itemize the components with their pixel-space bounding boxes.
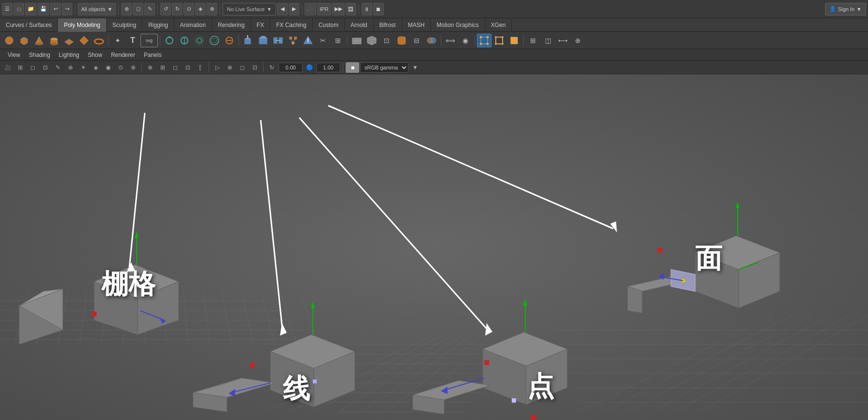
tab-fx-caching[interactable]: FX Caching — [270, 18, 313, 32]
sel2[interactable]: ⊕ — [224, 62, 236, 73]
vertex-mode-btn[interactable] — [477, 34, 491, 47]
value2-input[interactable] — [316, 63, 340, 72]
bridge-btn[interactable] — [271, 34, 285, 47]
star-tool[interactable]: ✦ — [111, 34, 125, 47]
isolate-btn[interactable]: ⊞ — [526, 34, 540, 47]
snap2[interactable]: ◻ — [169, 62, 181, 73]
snap1[interactable]: ⊞ — [157, 62, 168, 73]
tab-mash[interactable]: MASH — [402, 18, 431, 32]
tab-custom[interactable]: Custom — [313, 18, 345, 32]
undo-btn[interactable]: ↩ — [50, 3, 61, 15]
render-cam[interactable]: 🎥 — [305, 3, 316, 15]
select-tool[interactable]: ⊕ — [121, 3, 132, 15]
view6[interactable]: ☀ — [77, 62, 89, 73]
torus-icon-btn[interactable] — [92, 34, 106, 47]
tab-bifrost[interactable]: Bifrost — [374, 18, 402, 32]
ratio-icon[interactable]: 🔵 — [304, 62, 315, 73]
new-btn[interactable]: □ — [14, 3, 24, 15]
subdiv-btn[interactable] — [394, 34, 409, 47]
poly-plane-btn[interactable] — [350, 34, 364, 47]
colorspace-select[interactable]: sRGB gamma — [360, 62, 408, 73]
crosshair-icon[interactable]: ⊕ — [144, 62, 156, 73]
sel1[interactable]: ▷ — [211, 62, 223, 73]
paint-sel[interactable]: ✎ — [144, 3, 155, 15]
sign-in-button[interactable]: 👤 Sign In ▼ — [825, 3, 866, 15]
show-menu[interactable]: Show — [84, 50, 106, 60]
next-key[interactable]: ▶ — [289, 3, 299, 15]
view10[interactable]: ⊗ — [127, 62, 139, 73]
view-menu[interactable]: View — [4, 50, 24, 60]
shrink-sel[interactable] — [207, 34, 222, 47]
save-btn[interactable]: 💾 — [38, 3, 49, 15]
shading-menu[interactable]: Shading — [25, 50, 54, 60]
menu-icon[interactable]: ☰ — [2, 3, 13, 15]
loop-sel[interactable] — [162, 34, 177, 47]
lasso-tool[interactable]: ◻ — [133, 3, 143, 15]
cam-icon[interactable]: 🎥 — [2, 62, 14, 73]
tab-rigging[interactable]: Rigging — [142, 18, 174, 32]
snap3[interactable]: ⊡ — [182, 62, 194, 73]
tab-arnold[interactable]: Arnold — [345, 18, 374, 32]
sym-btn[interactable]: ⟺ — [443, 34, 458, 47]
value1-input[interactable] — [279, 63, 303, 72]
lattice-btn[interactable]: ⊡ — [379, 34, 394, 47]
sphere-icon-btn[interactable] — [2, 34, 16, 47]
smooth-btn[interactable]: ◉ — [458, 34, 473, 47]
merge-verts-btn[interactable] — [286, 34, 300, 47]
tool2[interactable]: ↻ — [172, 3, 182, 15]
tab-poly-modeling[interactable]: Poly Modeling — [58, 18, 106, 32]
view7[interactable]: ◈ — [90, 62, 101, 73]
extrude-btn[interactable] — [241, 34, 255, 47]
all-objects-dropdown[interactable]: All objects ▼ — [78, 3, 116, 15]
tab-rendering[interactable]: Rendering — [212, 18, 251, 32]
tab-motion-graphics[interactable]: Motion Graphics — [431, 18, 485, 32]
view2[interactable]: ◻ — [27, 62, 39, 73]
redo-btn[interactable]: ↪ — [62, 3, 72, 15]
panels-menu[interactable]: Panels — [140, 50, 166, 60]
dropdown-icon[interactable]: ▼ — [409, 62, 421, 73]
pause-btn[interactable]: ⏸ — [362, 3, 372, 15]
tool4[interactable]: ◈ — [195, 3, 206, 15]
tool1[interactable]: ↺ — [160, 3, 171, 15]
diamond-icon-btn[interactable] — [77, 34, 91, 47]
renderer-menu[interactable]: Renderer — [107, 50, 139, 60]
view1[interactable]: ⊞ — [14, 62, 26, 73]
sel3[interactable]: ◻ — [237, 62, 248, 73]
view9[interactable]: ⊙ — [115, 62, 126, 73]
render-view[interactable]: 🖼 — [346, 3, 356, 15]
tab-xgen[interactable]: XGen — [485, 18, 512, 32]
edge-mode-btn[interactable] — [492, 34, 506, 47]
bevel-btn[interactable] — [256, 34, 270, 47]
cone-icon-btn[interactable] — [32, 34, 46, 47]
cube-icon-btn[interactable] — [17, 34, 31, 47]
split-btn[interactable]: ⊞ — [331, 34, 345, 47]
view3[interactable]: ⊡ — [40, 62, 51, 73]
weld-btn[interactable] — [301, 34, 315, 47]
render-seq[interactable]: ▶▶ — [332, 3, 345, 15]
conform-btn[interactable]: ⊕ — [571, 34, 585, 47]
live-surface-button[interactable]: No Live Surface ▼ — [223, 3, 276, 15]
prev-key[interactable]: ◀ — [277, 3, 288, 15]
multi-sel[interactable] — [177, 34, 192, 47]
tab-animation[interactable]: Animation — [174, 18, 212, 32]
tool5[interactable]: ⊗ — [207, 3, 217, 15]
mirror-btn[interactable]: ⊟ — [409, 34, 424, 47]
view4[interactable]: ✎ — [52, 62, 64, 73]
tool3[interactable]: ⊙ — [183, 3, 194, 15]
flip-btn[interactable]: ⟷ — [556, 34, 570, 47]
tab-curves-surfaces[interactable]: Curves / Surfaces — [0, 18, 58, 32]
refresh-icon[interactable]: ↻ — [266, 62, 278, 73]
cylinder-icon-btn[interactable] — [47, 34, 61, 47]
tab-sculpting[interactable]: Sculpting — [107, 18, 142, 32]
boolean-btn[interactable] — [424, 34, 439, 47]
lighting-menu[interactable]: Lighting — [55, 50, 83, 60]
tab-fx[interactable]: FX — [251, 18, 270, 32]
sel4[interactable]: ⊡ — [249, 62, 261, 73]
cut-btn[interactable]: ✂ — [316, 34, 330, 47]
colorspace-icon[interactable]: ◼ — [346, 62, 359, 73]
open-btn[interactable]: 📁 — [25, 3, 37, 15]
ipr-btn[interactable]: IPR — [317, 3, 331, 15]
grow-sel[interactable] — [192, 34, 207, 47]
view8[interactable]: ◉ — [102, 62, 114, 73]
smooth-shd[interactable]: ◫ — [541, 34, 555, 47]
